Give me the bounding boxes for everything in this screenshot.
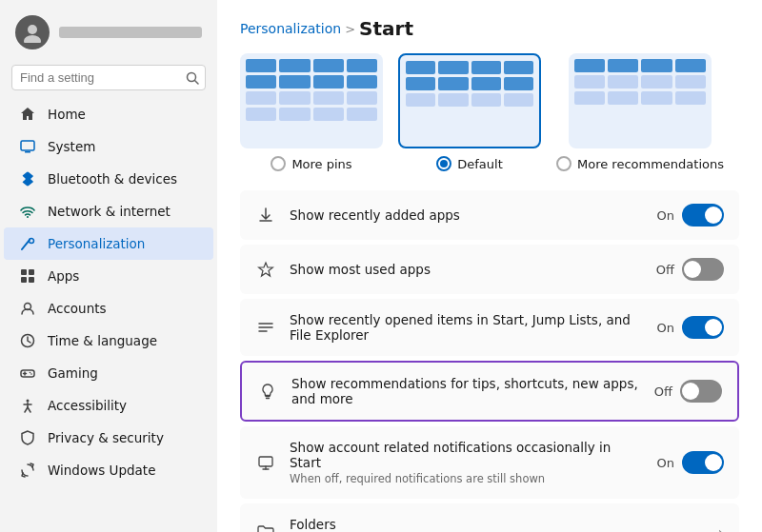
sidebar-item-accessibility-label: Accessibility: [48, 398, 127, 413]
setting-row-account-notifications[interactable]: Show account related notifications occas…: [240, 426, 739, 499]
svg-point-8: [27, 216, 29, 218]
recently-added-toggle[interactable]: [682, 204, 724, 227]
svg-line-3: [195, 80, 199, 84]
sidebar-item-privacy-label: Privacy & security: [48, 430, 164, 445]
more-recs-label: More recommendations: [577, 157, 724, 171]
more-pins-label: More pins: [291, 157, 351, 171]
sidebar-item-home[interactable]: Home: [4, 98, 213, 130]
sidebar-item-time[interactable]: Time & language: [4, 325, 213, 357]
user-name-bar: [59, 27, 202, 38]
recently-opened-toggle[interactable]: [682, 316, 724, 339]
folders-chevron-icon: ›: [718, 523, 724, 533]
more-recs-thumb: [569, 53, 712, 148]
privacy-icon: [19, 429, 36, 446]
sidebar-item-gaming[interactable]: Gaming: [4, 357, 213, 389]
sidebar-item-accounts[interactable]: Accounts: [4, 292, 213, 325]
folder-icon: [255, 522, 276, 532]
svg-point-1: [24, 35, 41, 43]
settings-section: Show recently added apps On Show most us…: [240, 190, 739, 532]
download-icon: [255, 205, 276, 226]
breadcrumb-current: Start: [359, 17, 413, 40]
sidebar: Home System Bluetooth & devices: [0, 0, 217, 532]
setting-row-tips-shortcuts[interactable]: Show recommendations for tips, shortcuts…: [240, 361, 739, 422]
tips-shortcuts-title: Show recommendations for tips, shortcuts…: [291, 376, 641, 406]
most-used-toggle[interactable]: [682, 258, 724, 281]
sidebar-item-network-label: Network & internet: [48, 204, 170, 219]
svg-line-26: [28, 407, 30, 412]
sidebar-item-system-label: System: [48, 139, 95, 154]
setting-row-most-used[interactable]: Show most used apps Off: [240, 245, 739, 294]
search-box[interactable]: [11, 65, 206, 90]
recently-opened-title: Show recently opened items in Start, Jum…: [290, 312, 644, 343]
most-used-title: Show most used apps: [290, 262, 643, 277]
sidebar-item-apps[interactable]: Apps: [4, 260, 213, 292]
svg-point-10: [30, 239, 34, 244]
home-icon: [19, 106, 36, 123]
svg-rect-12: [29, 269, 34, 275]
more-pins-radio[interactable]: More pins: [271, 156, 351, 171]
update-icon: [19, 462, 36, 479]
layout-default[interactable]: Default: [398, 53, 541, 171]
svg-line-25: [25, 407, 28, 412]
time-icon: [19, 332, 36, 349]
breadcrumb-separator: >: [345, 22, 355, 36]
search-input[interactable]: [20, 70, 180, 85]
main-content: Personalization > Start More pins: [217, 0, 762, 532]
folders-text: Folders These folders appear on Start ne…: [290, 517, 705, 532]
sidebar-item-privacy[interactable]: Privacy & security: [4, 422, 213, 454]
more-recs-radio-circle: [556, 156, 572, 171]
sidebar-item-network[interactable]: Network & internet: [4, 195, 213, 227]
system-icon: [19, 138, 36, 155]
setting-row-recently-added[interactable]: Show recently added apps On: [240, 190, 739, 240]
recently-added-toggle-label: On: [657, 208, 674, 223]
sidebar-item-home-label: Home: [48, 107, 86, 122]
apps-icon: [19, 267, 36, 285]
sidebar-item-accessibility[interactable]: Accessibility: [4, 389, 213, 422]
account-notifications-toggle[interactable]: [682, 451, 724, 474]
most-used-text: Show most used apps: [290, 262, 643, 277]
tips-shortcuts-text: Show recommendations for tips, shortcuts…: [291, 376, 641, 406]
sidebar-item-gaming-label: Gaming: [48, 365, 98, 381]
sidebar-item-personalization[interactable]: Personalization: [4, 227, 213, 260]
layout-more-recs[interactable]: More recommendations: [556, 53, 724, 171]
sidebar-item-bluetooth[interactable]: Bluetooth & devices: [4, 163, 213, 195]
recently-added-title: Show recently added apps: [290, 207, 644, 223]
default-thumb: [398, 53, 541, 148]
account-notifications-subtitle: When off, required notifications are sti…: [290, 472, 644, 485]
profile-section: [0, 8, 217, 61]
list-icon: [255, 317, 276, 338]
recently-opened-toggle-thumb: [705, 319, 722, 336]
setting-row-recently-opened[interactable]: Show recently opened items in Start, Jum…: [240, 299, 739, 356]
lightbulb-icon: [257, 381, 278, 402]
sidebar-item-accounts-label: Accounts: [48, 301, 107, 316]
recently-opened-toggle-label: On: [657, 321, 674, 335]
recently-added-right: On: [657, 204, 724, 227]
sidebar-item-update[interactable]: Windows Update: [4, 454, 213, 486]
sidebar-item-system[interactable]: System: [4, 130, 213, 163]
folders-right: ›: [718, 523, 724, 533]
more-recs-radio[interactable]: More recommendations: [556, 156, 724, 171]
default-radio[interactable]: Default: [436, 156, 503, 171]
layout-more-pins[interactable]: More pins: [240, 53, 383, 171]
recently-opened-right: On: [657, 316, 724, 339]
more-pins-thumb: [240, 53, 383, 148]
personalization-icon: [19, 235, 36, 252]
tips-shortcuts-toggle-thumb: [682, 383, 699, 400]
svg-rect-34: [259, 457, 272, 466]
svg-rect-13: [21, 277, 27, 283]
tips-shortcuts-toggle[interactable]: [680, 380, 722, 403]
network-icon: [19, 203, 36, 220]
search-icon: [186, 71, 199, 85]
breadcrumb-parent[interactable]: Personalization: [240, 21, 341, 36]
sidebar-item-update-label: Windows Update: [48, 463, 155, 478]
svg-point-22: [27, 400, 30, 403]
svg-rect-4: [21, 141, 34, 150]
setting-row-folders[interactable]: Folders These folders appear on Start ne…: [240, 503, 739, 532]
account-notifications-toggle-label: On: [657, 456, 674, 470]
tips-shortcuts-toggle-label: Off: [654, 384, 672, 399]
bluetooth-icon: [19, 170, 36, 187]
default-radio-circle: [436, 156, 451, 171]
accessibility-icon: [19, 397, 36, 414]
svg-point-0: [28, 25, 37, 34]
most-used-toggle-thumb: [684, 261, 701, 278]
